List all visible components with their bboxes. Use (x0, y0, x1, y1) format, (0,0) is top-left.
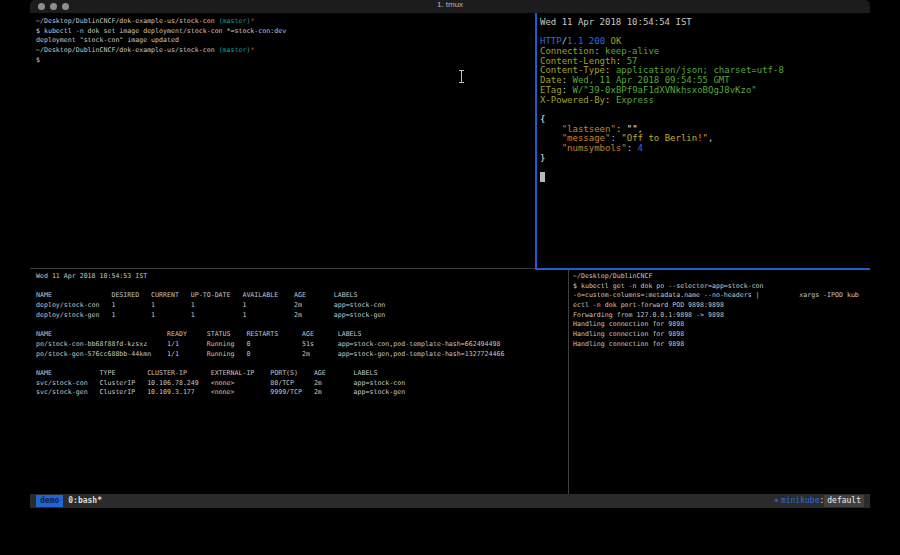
pane-divider-vertical-bottom (568, 270, 569, 494)
kube-namespace: default (824, 495, 864, 507)
pane-divider-horizontal-left (30, 268, 535, 269)
tmux-terminal: ~/Desktop/DublinCNCF/dok-example-us/stoc… (30, 13, 870, 494)
zoom-button[interactable] (62, 3, 69, 10)
tmux-status-bar: demo 0:bash* ⎈ minikube : default (30, 494, 870, 508)
close-button[interactable] (38, 3, 45, 10)
pane-top-right-http-response[interactable]: Wed 11 Apr 2018 10:54:54 ISTHTTP/1.1 200… (540, 17, 784, 182)
pane-bottom-right-port-forward[interactable]: ~/Desktop/DublinCNCF$ kubectl get -n dok… (573, 272, 859, 350)
window-title: 1. tmux (30, 0, 870, 9)
pane-bottom-left-kubectl-get[interactable]: Wed 11 Apr 2018 10:54:53 ISTNAME DESIRED… (36, 272, 504, 398)
mouse-ibeam-cursor (458, 70, 465, 83)
traffic-lights (38, 3, 69, 10)
pane-divider-horizontal-right-active (535, 268, 870, 270)
pane-divider-vertical-top-active (535, 13, 537, 269)
pane-top-left-shell[interactable]: ~/Desktop/DublinCNCF/dok-example-us/stoc… (36, 17, 286, 65)
desktop-background: 1. tmux ~/Desktop/DublinCNCF/dok-example… (0, 0, 900, 555)
minimize-button[interactable] (50, 3, 57, 10)
status-window-item[interactable]: 0:bash* (68, 494, 102, 508)
titlebar[interactable]: 1. tmux (30, 0, 870, 13)
session-name-badge: demo (36, 495, 63, 507)
helm-wheel-icon: ⎈ (774, 494, 779, 508)
kube-context: minikube (781, 494, 820, 508)
terminal-window: 1. tmux ~/Desktop/DublinCNCF/dok-example… (30, 0, 870, 508)
